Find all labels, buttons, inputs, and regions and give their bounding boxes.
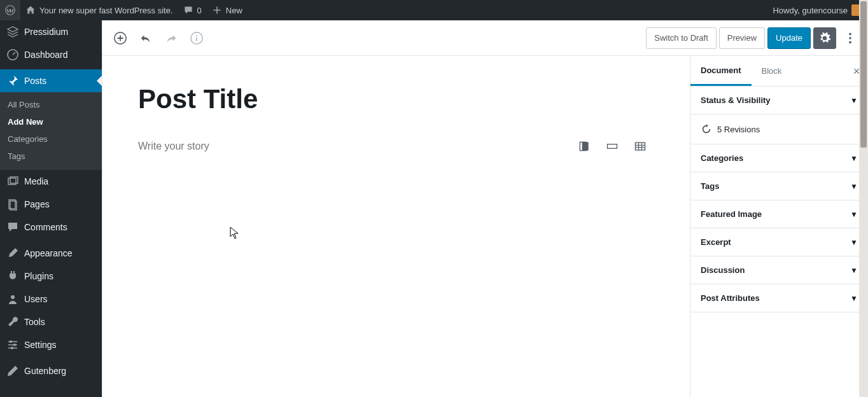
howdy-text: Howdy, gutencourse [773, 6, 848, 15]
chevron-down-icon: ▼ [850, 182, 858, 191]
svg-point-8 [13, 344, 16, 346]
sidebar-item-pages[interactable]: Pages [0, 193, 102, 216]
new-link[interactable]: New [207, 0, 248, 20]
chevron-down-icon: ▼ [850, 266, 858, 275]
sidebar-subitem-addnew[interactable]: Add New [0, 113, 102, 130]
howdy-link[interactable]: Howdy, gutencourse [767, 0, 868, 20]
home-icon [25, 5, 36, 15]
preview-button[interactable]: Preview [719, 27, 765, 49]
svg-point-16 [849, 41, 851, 43]
svg-rect-19 [608, 144, 617, 149]
host-icon [6, 25, 19, 38]
post-title-input[interactable] [138, 81, 545, 117]
sidebar-item-gutenberg[interactable]: Gutenberg [0, 359, 102, 382]
sidebar-item-label: Plugins [24, 271, 53, 281]
panel-categories[interactable]: Categories ▼ [690, 144, 868, 172]
panel-revisions[interactable]: 5 Revisions [690, 115, 868, 144]
revisions-text: 5 Revisions [717, 125, 760, 134]
panel-post-attributes[interactable]: Post Attributes ▼ [690, 284, 868, 312]
sidebar-item-label: Appearance [24, 248, 73, 258]
more-menu-button[interactable] [839, 27, 862, 50]
plug-icon [6, 270, 19, 282]
sidebar-item-label: Pages [24, 199, 50, 209]
sidebar-item-label: Gutenberg [24, 366, 66, 376]
chevron-down-icon: ▼ [850, 238, 858, 247]
sidebar-item-label: Users [24, 294, 48, 304]
plus-icon [212, 5, 222, 15]
sidebar-item-label: Pressidium [24, 27, 68, 37]
panel-label: Tags [701, 181, 719, 191]
sidebar-item-tools[interactable]: Tools [0, 310, 102, 333]
comments-link[interactable]: 0 [178, 0, 207, 20]
more-vertical-icon [843, 31, 857, 45]
sidebar-subitem-allposts[interactable]: All Posts [0, 96, 102, 113]
add-block-button[interactable] [109, 27, 132, 50]
sidebar-item-plugins[interactable]: Plugins [0, 265, 102, 288]
sidebar-item-comments[interactable]: Comments [0, 216, 102, 239]
brush-icon [6, 247, 19, 260]
gear-icon [818, 32, 831, 45]
sidebar-item-label: Media [24, 176, 48, 186]
sidebar-item-settings[interactable]: Settings [0, 333, 102, 356]
comment-icon [6, 221, 19, 233]
story-placeholder-input[interactable] [138, 141, 577, 152]
svg-point-12 [196, 35, 197, 36]
sidebar-item-users[interactable]: Users [0, 288, 102, 310]
wp-logo[interactable] [0, 0, 20, 20]
dashboard-icon [6, 48, 19, 61]
wrench-icon [6, 316, 19, 328]
site-link[interactable]: Your new super fast WordPress site. [20, 0, 178, 20]
panel-status-visibility[interactable]: Status & Visibility ▼ [690, 87, 868, 115]
update-button[interactable]: Update [767, 27, 811, 49]
svg-point-9 [11, 347, 13, 349]
svg-rect-18 [582, 142, 589, 150]
sidebar-item-posts[interactable]: Posts [0, 69, 102, 92]
sidebar-item-media[interactable]: Media [0, 170, 102, 193]
info-icon [190, 31, 204, 45]
scrollbar-thumb[interactable] [860, 1, 867, 148]
sidebar-item-label: Settings [24, 340, 57, 350]
sidebar-item-dashboard[interactable]: Dashboard [0, 43, 102, 66]
panel-label: Excerpt [701, 237, 731, 247]
panel-label: Post Attributes [701, 293, 760, 303]
insert-embed-button[interactable] [605, 139, 620, 154]
panel-label: Categories [701, 153, 743, 163]
sidebar-item-label: Tools [24, 317, 45, 327]
chevron-down-icon: ▼ [850, 294, 858, 303]
svg-rect-13 [196, 38, 197, 41]
sidebar-subitem-tags[interactable]: Tags [0, 148, 102, 165]
admin-sidebar: Pressidium Dashboard Posts All Posts Add… [0, 20, 102, 397]
chevron-down-icon: ▼ [850, 210, 858, 219]
settings-toggle-button[interactable] [813, 27, 836, 49]
redo-button[interactable] [160, 27, 183, 50]
tab-document[interactable]: Document [690, 56, 752, 86]
sliders-icon [6, 338, 19, 351]
media-icon [6, 175, 19, 188]
insert-table-button[interactable] [633, 139, 648, 154]
os-scrollbar[interactable] [859, 0, 868, 397]
panel-tags[interactable]: Tags ▼ [690, 172, 868, 200]
table-icon [634, 140, 647, 153]
editor-toolbar: Switch to Draft Preview Update [102, 20, 868, 56]
undo-button[interactable] [134, 27, 157, 50]
sidebar-item-label: Posts [24, 76, 46, 86]
insert-image-button[interactable] [577, 139, 592, 154]
new-label: New [226, 6, 242, 15]
sidebar-item-pressidium[interactable]: Pressidium [0, 20, 102, 43]
user-icon [6, 293, 19, 305]
sidebar-item-appearance[interactable]: Appearance [0, 242, 102, 265]
comment-icon [183, 5, 193, 15]
info-button[interactable] [185, 27, 208, 50]
editor-canvas[interactable] [102, 56, 690, 397]
tab-block[interactable]: Block [752, 56, 792, 86]
sidebar-item-label: Comments [24, 222, 67, 232]
panel-discussion[interactable]: Discussion ▼ [690, 256, 868, 284]
redo-icon [164, 31, 178, 45]
panel-excerpt[interactable]: Excerpt ▼ [690, 228, 868, 256]
panel-label: Featured Image [701, 209, 762, 219]
settings-panel: Document Block × Status & Visibility ▼ 5… [690, 56, 868, 397]
panel-featured-image[interactable]: Featured Image ▼ [690, 200, 868, 228]
switch-draft-button[interactable]: Switch to Draft [646, 27, 717, 49]
panel-label: Status & Visibility [701, 95, 771, 105]
sidebar-subitem-categories[interactable]: Categories [0, 130, 102, 148]
